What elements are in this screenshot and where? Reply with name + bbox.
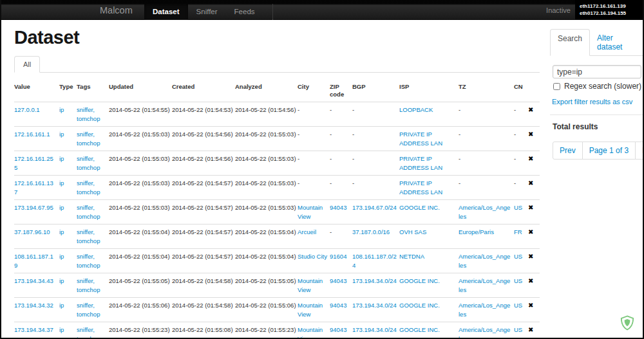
cell-tags[interactable]: sniffer, tomchop — [77, 127, 109, 151]
cell-value[interactable]: 173.194.34.43 — [14, 273, 59, 298]
cell-city[interactable]: Mountain View — [298, 322, 330, 339]
cell-tags[interactable]: sniffer, tomchop — [77, 176, 109, 200]
cell-value[interactable]: 173.194.34.37 — [14, 322, 59, 339]
cell-isp[interactable]: OVH SAS — [399, 224, 459, 249]
nav-tab-feeds[interactable]: Feeds — [226, 4, 263, 20]
cell-zip-code[interactable]: 94043 — [330, 273, 352, 298]
cell-tags[interactable]: sniffer, tomchop — [77, 102, 109, 127]
tab-all[interactable]: All — [14, 56, 40, 73]
cell-zip-code[interactable]: 94043 — [330, 322, 352, 339]
cell-city[interactable]: Studio City — [298, 249, 330, 273]
remove-row-icon[interactable]: ✖ — [528, 253, 533, 260]
cell-isp[interactable]: GOOGLE INC. — [399, 322, 459, 339]
cell-city[interactable]: Arcueil — [298, 224, 330, 249]
cell-timezone[interactable]: America/Los_Angeles — [459, 322, 514, 339]
cell-timezone[interactable]: America/Los_Angeles — [459, 298, 514, 322]
cell-tags[interactable]: sniffer, tomchop — [77, 273, 109, 298]
remove-row-icon[interactable]: ✖ — [528, 228, 533, 235]
cell-timezone[interactable]: America/Los_Angeles — [459, 200, 514, 224]
cell-isp[interactable]: PRIVATE IP ADDRESS LAN — [399, 176, 459, 200]
cell-value[interactable]: 172.16.161.137 — [14, 176, 59, 200]
prev-page-button[interactable]: Prev — [553, 142, 583, 160]
cell-tags[interactable]: sniffer, tomchop — [77, 249, 109, 273]
cell-actions: ✖ — [528, 102, 540, 127]
cell-type[interactable]: ip — [59, 249, 77, 273]
tab-alter-dataset[interactable]: Alter dataset — [590, 29, 644, 55]
cell-country[interactable]: US — [514, 249, 528, 273]
cell-isp[interactable]: NETDNA — [399, 249, 459, 273]
cell-isp[interactable]: GOOGLE INC. — [399, 298, 459, 322]
page-title: Dataset — [14, 27, 540, 48]
cell-actions: ✖ — [528, 151, 540, 176]
cell-timezone[interactable]: America/Los_Angeles — [459, 249, 514, 273]
table-row: 127.0.0.1 ip sniffer, tomchop 2014-05-22… — [14, 102, 540, 127]
cell-country[interactable]: US — [514, 322, 528, 339]
cell-bgp[interactable]: 173.194.34.0/24 — [352, 273, 399, 298]
next-page-button[interactable]: Next — [635, 142, 644, 160]
cell-type[interactable]: ip — [59, 127, 77, 151]
total-results-label: Total results — [553, 122, 644, 131]
cell-value[interactable]: 172.16.161.255 — [14, 151, 59, 176]
cell-timezone[interactable]: America/Los_Angeles — [459, 273, 514, 298]
cell-bgp[interactable]: 108.161.187.0/24 — [352, 249, 399, 273]
cell-bgp[interactable]: 173.194.34.0/24 — [352, 298, 399, 322]
cell-zip-code: - — [330, 102, 352, 127]
remove-row-icon[interactable]: ✖ — [528, 131, 533, 138]
cell-city[interactable]: Mountain View — [298, 298, 330, 322]
cell-bgp[interactable]: 173.194.67.0/24 — [352, 200, 399, 224]
cell-tags[interactable]: sniffer, tomchop — [77, 151, 109, 176]
cell-value[interactable]: 37.187.96.10 — [14, 224, 59, 249]
remove-row-icon[interactable]: ✖ — [528, 302, 533, 309]
remove-row-icon[interactable]: ✖ — [528, 179, 533, 187]
cell-bgp[interactable]: 37.187.0.0/16 — [352, 224, 399, 249]
tab-search[interactable]: Search — [550, 29, 590, 56]
cell-isp[interactable]: GOOGLE INC. — [399, 200, 459, 224]
shield-icon[interactable] — [620, 315, 634, 331]
brand[interactable]: Malcom — [100, 5, 133, 15]
remove-row-icon[interactable]: ✖ — [528, 155, 533, 162]
nav-tab-dataset[interactable]: Dataset — [144, 4, 188, 20]
nav-tab-sniffer[interactable]: Sniffer — [188, 4, 226, 20]
cell-type[interactable]: ip — [59, 176, 77, 200]
cell-city[interactable]: Mountain View — [298, 273, 330, 298]
cell-type[interactable]: ip — [59, 273, 77, 298]
cell-type[interactable]: ip — [59, 298, 77, 322]
cell-city[interactable]: Mountain View — [298, 200, 330, 224]
remove-row-icon[interactable]: ✖ — [528, 326, 533, 333]
cell-country[interactable]: FR — [514, 224, 528, 249]
cell-isp[interactable]: LOOPBACK — [399, 102, 459, 127]
cell-isp[interactable]: PRIVATE IP ADDRESS LAN — [399, 127, 459, 151]
cell-tags[interactable]: sniffer, tomchop — [77, 224, 109, 249]
cell-zip-code: - — [330, 127, 352, 151]
cell-zip-code[interactable]: 94043 — [330, 298, 352, 322]
cell-value[interactable]: 173.194.67.95 — [14, 200, 59, 224]
search-input[interactable] — [553, 65, 641, 78]
cell-timezone[interactable]: Europe/Paris — [459, 224, 514, 249]
cell-type[interactable]: ip — [59, 200, 77, 224]
page-indicator[interactable]: Page 1 of 3 — [582, 142, 636, 160]
cell-type[interactable]: ip — [59, 102, 77, 127]
cell-value[interactable]: 127.0.0.1 — [14, 102, 59, 127]
cell-tags[interactable]: sniffer, tomchop — [77, 200, 109, 224]
cell-isp[interactable]: GOOGLE INC. — [399, 273, 459, 298]
regex-checkbox[interactable] — [553, 83, 560, 90]
cell-zip-code[interactable]: 91604 — [330, 249, 352, 273]
cell-value[interactable]: 172.16.161.1 — [14, 127, 59, 151]
export-csv-link[interactable]: Export filter results as csv — [552, 98, 632, 105]
cell-type[interactable]: ip — [59, 224, 77, 249]
remove-row-icon[interactable]: ✖ — [528, 106, 533, 113]
cell-country[interactable]: US — [514, 273, 528, 298]
cell-isp[interactable]: PRIVATE IP ADDRESS LAN — [399, 151, 459, 176]
cell-tags[interactable]: sniffer, tomchop — [77, 298, 109, 322]
cell-tags[interactable]: sniffer, tomchop — [77, 322, 109, 339]
cell-type[interactable]: ip — [59, 322, 77, 339]
cell-value[interactable]: 173.194.34.32 — [14, 298, 59, 322]
cell-value[interactable]: 108.161.187.19 — [14, 249, 59, 273]
cell-zip-code[interactable]: 94043 — [330, 200, 352, 224]
cell-bgp[interactable]: 173.194.34.0/24 — [352, 322, 399, 339]
cell-type[interactable]: ip — [59, 151, 77, 176]
cell-country[interactable]: US — [514, 200, 528, 224]
cell-country[interactable]: US — [514, 298, 528, 322]
remove-row-icon[interactable]: ✖ — [528, 204, 533, 211]
remove-row-icon[interactable]: ✖ — [528, 277, 533, 284]
